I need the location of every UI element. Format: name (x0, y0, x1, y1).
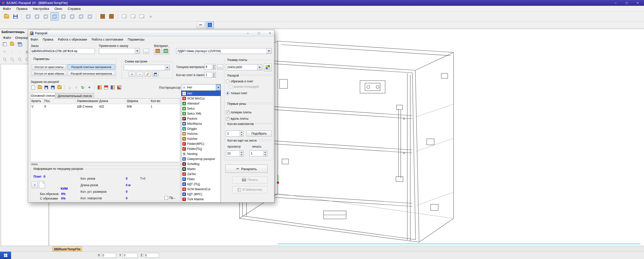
cutting-mode-button[interactable] (206, 22, 214, 28)
print-cards-stepper[interactable] (250, 150, 267, 156)
order-input[interactable] (30, 48, 95, 54)
order-note-browse-button[interactable]: ... (143, 49, 149, 54)
view-left-button[interactable] (42, 12, 50, 20)
add-position-button[interactable]: + (86, 84, 92, 90)
column-header-name[interactable]: Наименование (76, 99, 98, 104)
view-front-button[interactable] (24, 12, 32, 20)
task-library-button[interactable] (56, 84, 62, 90)
postprocessor-option[interactable]: ККДТ (ФРС) (181, 192, 221, 197)
chevron-down-icon[interactable] (266, 48, 271, 54)
copy-button[interactable] (1, 41, 8, 47)
spinner-up-icon[interactable] (240, 151, 243, 153)
material-add-button[interactable] (162, 47, 169, 54)
dialog-close-button[interactable]: × (267, 31, 273, 36)
panel-mode-3-button[interactable] (138, 12, 146, 20)
dialog-maximize-button[interactable]: □ (256, 31, 262, 36)
postprocessor-option[interactable]: MMacMazza (181, 121, 221, 126)
librarian-menu-file[interactable]: Файл (1, 35, 13, 40)
chevron-down-icon[interactable] (135, 48, 140, 54)
sets-count-stepper[interactable] (226, 131, 244, 137)
calc-variant-2-button[interactable] (103, 84, 109, 90)
to-library-button[interactable]: В библиотеку (232, 186, 268, 193)
table-row[interactable]: V 9 ШВ Стенка 432 506 1 (30, 104, 180, 109)
radio-icon[interactable] (226, 80, 229, 83)
table-horizontal-scrollbar[interactable] (30, 163, 180, 166)
move-up-button[interactable]: ↑ (9, 49, 15, 55)
pack-count-stepper[interactable] (204, 72, 216, 78)
dialog-menu-blanks[interactable]: Работа с заготовками (89, 37, 126, 42)
coord-y-value[interactable]: 0 (123, 253, 138, 258)
checkbox-checked-icon[interactable] (226, 111, 229, 114)
new-task-button[interactable] (30, 84, 36, 90)
spinner-up-icon[interactable] (212, 72, 216, 75)
spinner-up-icon[interactable] (263, 151, 267, 153)
tab-additional-list[interactable]: Дополнительный список (56, 93, 94, 99)
save-task-as-button[interactable] (50, 84, 56, 90)
plate-size-combo[interactable]: 2440x1830 (226, 64, 262, 70)
panel-mode-button[interactable] (120, 12, 128, 20)
refresh-task-button[interactable]: ↻ (80, 84, 86, 90)
postprocessor-option[interactable]: GGriggio (181, 126, 221, 131)
print-button[interactable]: Печать (232, 176, 268, 183)
postprocessor-option[interactable]: PPaoloni (181, 116, 221, 121)
view-top-button[interactable] (59, 12, 67, 20)
spinner-up-icon[interactable] (212, 64, 216, 67)
postprocessor-option[interactable]: AAltendorf (181, 101, 221, 106)
dialog-minimize-button[interactable]: – (245, 31, 251, 36)
chevron-down-icon[interactable] (257, 64, 262, 70)
scheme-add-button[interactable]: + (129, 72, 135, 77)
open-task-button[interactable] (37, 84, 43, 90)
cut-item-button[interactable]: ✂ (1, 49, 8, 55)
cut-tool-button[interactable]: ✂ (197, 22, 205, 28)
parts-table[interactable]: Кроить Поз. Наименование Длина Ширина Ко… (30, 98, 180, 162)
material-board-button[interactable] (154, 47, 161, 54)
plate-size-library-button[interactable] (264, 63, 272, 71)
menu-window[interactable]: Окно (52, 6, 65, 11)
chevron-down-icon[interactable] (165, 65, 170, 70)
scheme-save-button[interactable] (152, 72, 159, 77)
dialog-menu-offcuts[interactable]: Работа с обрезками (56, 37, 89, 42)
postprocessor-option[interactable]: NNesting (181, 151, 221, 156)
postprocessor-option[interactable]: FFelder(ФРС) (181, 141, 221, 146)
menu-edit[interactable]: Правка (14, 6, 30, 11)
dialog-menu-file[interactable]: Файл (28, 37, 41, 42)
postprocessor-combo[interactable]: × Нет (181, 84, 221, 91)
postprocessor-option[interactable]: SSelco (181, 106, 221, 111)
dialog-menu-edit[interactable]: Правка (41, 37, 56, 42)
column-header-pos[interactable]: Поз. (43, 99, 76, 104)
tab-main-list[interactable]: Основной список (30, 92, 56, 99)
postprocessor-option[interactable]: FFilato (181, 177, 221, 182)
run-cutting-button[interactable]: ✂ Раскроить (225, 165, 268, 173)
dialog-menu-parameters[interactable]: Параметры (126, 37, 147, 42)
save-task-button[interactable] (43, 84, 49, 90)
linear-materials-cutting-button[interactable]: Раскрой погонных материалов (67, 71, 115, 76)
offcut-edge-offset-button[interactable]: Отступ от края обреза (32, 71, 66, 76)
radio-selected-icon[interactable] (226, 91, 229, 95)
radio-offcuts-and-plates[interactable]: обрезков и плит (226, 80, 253, 83)
document-tab[interactable]: $$$RaskrTempFile (53, 246, 82, 252)
scrollbar-thumb[interactable] (31, 164, 38, 165)
maximize-button[interactable]: □ (621, 0, 632, 6)
minimize-button[interactable]: – (610, 0, 621, 6)
postprocessor-option[interactable]: ККДТ (ПЦ) (181, 182, 221, 187)
spinner-down-icon[interactable] (263, 153, 267, 156)
postprocessor-option[interactable]: SSCM WinCut (181, 96, 221, 101)
spinner-up-icon[interactable] (240, 131, 243, 134)
spinner-down-icon[interactable] (212, 67, 216, 69)
view-bottom-button[interactable] (68, 12, 76, 20)
delete-view-button[interactable]: × (147, 12, 155, 20)
cell-cut[interactable]: V (30, 104, 43, 109)
postprocessor-option[interactable]: MMartin (181, 167, 221, 172)
material-combo[interactable]: ЛДВП 04мм (Артикул LDVP/04) (176, 48, 271, 54)
pr-checkbox-row[interactable]: Пр... (165, 196, 176, 200)
calc-variant-3-button[interactable] (110, 84, 116, 90)
spinner-down-icon[interactable] (240, 153, 243, 156)
calc-variant-1-button[interactable] (97, 84, 103, 90)
close-button[interactable]: × (632, 0, 643, 6)
panel-mode-2-button[interactable] (129, 12, 137, 20)
save-button[interactable] (11, 12, 19, 20)
order-note-combo[interactable] (99, 48, 140, 54)
checkbox-across-plate[interactable]: поперек плиты (226, 111, 252, 114)
postprocessor-option[interactable]: ZZaiTec (181, 172, 221, 177)
zoom-fit-button[interactable] (16, 56, 23, 62)
